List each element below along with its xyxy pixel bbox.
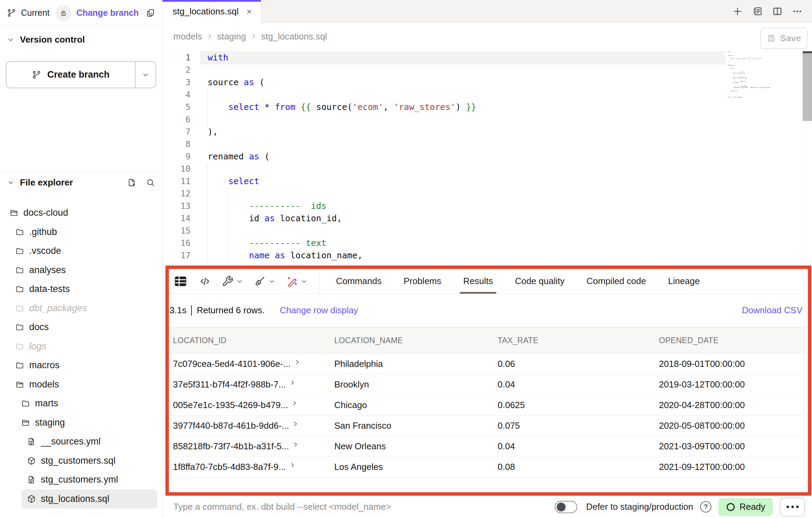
result-row[interactable]: 37e5f311-b7f4-4f2f-988b-7...Brooklyn0.04… <box>169 374 807 395</box>
file-tree-item-docs-cloud[interactable]: docs-cloud <box>0 203 161 223</box>
close-icon <box>246 8 253 15</box>
file-label: stg_customers.yml <box>41 474 118 485</box>
file-tree-item-staging[interactable]: staging <box>0 413 161 432</box>
command-input[interactable]: Type a command, ex. dbt build --select <… <box>173 502 391 512</box>
file-tree-item-stg-customers-yml[interactable]: stg_customers.yml <box>0 470 161 489</box>
file-tree-item-data-tests[interactable]: data-tests <box>0 280 161 299</box>
defer-toggle[interactable] <box>555 501 577 513</box>
sidebar: Current Change branch Version control Cr… <box>0 0 162 518</box>
split-editor-icon[interactable] <box>772 6 782 16</box>
results-meta: 3.1s Returned 6 rows. Change row display… <box>169 294 807 327</box>
folder-icon <box>15 246 24 256</box>
file-tree-item-stg-customers-sql[interactable]: stg_customers.sql <box>0 451 161 471</box>
change-row-display-link[interactable]: Change row display <box>280 305 358 316</box>
chevron-down-icon <box>268 278 275 285</box>
minimap[interactable]: withsource as ( select * from {{ source(… <box>728 52 800 100</box>
cell: 0.04 <box>498 441 659 452</box>
file-tree-item-logs[interactable]: logs <box>0 337 161 356</box>
build-tools-button[interactable] <box>222 275 243 287</box>
code-editor[interactable]: 1234567891011121314151617 withsource as … <box>162 50 812 265</box>
more-options-button[interactable] <box>780 497 805 517</box>
file-tree-item-models[interactable]: models <box>0 375 161 394</box>
defer-label: Defer to staging/production <box>586 502 693 512</box>
expand-cell-icon[interactable] <box>289 462 295 468</box>
create-branch-split-button: Create branch <box>6 61 156 88</box>
file-tree-item-dbt-packages[interactable]: dbt_packages <box>0 299 161 318</box>
result-row[interactable]: 858218fb-73f7-4b1b-a31f-5...New Orleans0… <box>169 436 807 457</box>
breadcrumb-item[interactable]: staging <box>217 31 246 42</box>
file-tree-item-docs[interactable]: docs <box>0 318 161 337</box>
chevron-down-icon <box>7 179 14 187</box>
status-bar: Type a command, ex. dbt build --select <… <box>162 496 812 518</box>
format-button[interactable] <box>254 275 275 287</box>
new-file-icon[interactable] <box>127 178 136 187</box>
cell-location-id: 1f8ffa70-7cb5-4d83-8a7f-9... <box>173 462 334 472</box>
file-label: docs-cloud <box>23 207 68 218</box>
result-row[interactable]: 3977f440-b87d-461b-9dd6-...San Francisco… <box>169 416 807 436</box>
editor-list-icon[interactable] <box>752 6 763 16</box>
editor-menu-icon[interactable] <box>792 6 802 16</box>
folder-icon <box>15 342 24 351</box>
cell: Chicago <box>334 400 498 410</box>
file-label: __sources.yml <box>41 436 101 447</box>
folder-icon <box>15 361 24 370</box>
panel-tab-commands[interactable]: Commands <box>336 269 382 293</box>
create-branch-button[interactable]: Create branch <box>7 62 136 88</box>
file-tree-item--vscode[interactable]: .vscode <box>0 241 161 261</box>
expand-cell-icon[interactable] <box>292 421 299 427</box>
compiled-sql-button[interactable] <box>199 275 211 287</box>
file-tree-item-macros[interactable]: macros <box>0 356 161 375</box>
close-tab-button[interactable] <box>246 8 253 15</box>
panel-tab-results[interactable]: Results <box>463 269 493 293</box>
expand-cell-icon[interactable] <box>294 359 300 365</box>
panel-tab-compiled-code[interactable]: Compiled code <box>587 269 646 293</box>
column-header-location_name: LOCATION_NAME <box>334 336 498 345</box>
breadcrumb-item[interactable]: stg_locations.sql <box>261 31 327 42</box>
chevron-down-icon <box>142 71 149 79</box>
file-label: staging <box>35 417 65 428</box>
file-tree-item-stg-locations-sql[interactable]: stg_locations.sql <box>22 489 157 509</box>
scrollbar-thumb[interactable] <box>803 53 812 121</box>
ai-assist-button[interactable] <box>286 275 308 287</box>
panel-tab-problems[interactable]: Problems <box>404 269 441 293</box>
expand-cell-icon[interactable] <box>289 380 295 386</box>
create-branch-menu-button[interactable] <box>136 62 155 88</box>
cell: 2020-05-08T00:00:00 <box>659 420 807 431</box>
version-control-header[interactable]: Version control <box>7 34 85 45</box>
change-branch-link[interactable]: Change branch <box>76 8 139 18</box>
search-icon[interactable] <box>146 178 155 187</box>
panel-header: CommandsProblemsResultsCode qualityCompi… <box>169 269 807 294</box>
file-tree-item-marts[interactable]: marts <box>0 394 161 413</box>
help-icon[interactable]: ? <box>700 501 711 513</box>
file-tree-item--github[interactable]: .github <box>0 223 161 242</box>
ready-status-badge[interactable]: Ready <box>718 498 773 516</box>
file-tree-item-analyses[interactable]: analyses <box>0 261 161 280</box>
breadcrumb-item[interactable]: models <box>173 31 202 42</box>
magic-pen-icon <box>286 275 298 287</box>
folder-open-icon <box>15 380 24 389</box>
result-row[interactable]: 005e7e1c-1935-4269-b479...Chicago0.06252… <box>169 395 807 416</box>
cell-location-id: 858218fb-73f7-4b1b-a31f-5... <box>173 441 334 452</box>
results-table-icon[interactable] <box>173 274 188 289</box>
file-explorer-header[interactable]: File explorer <box>7 177 155 188</box>
expand-cell-icon[interactable] <box>291 400 298 406</box>
tab-stg-locations-sql[interactable]: stg_locations.sql <box>162 0 261 23</box>
panel-tab-lineage[interactable]: Lineage <box>668 269 700 293</box>
cell: 0.04 <box>498 379 659 390</box>
code-lines[interactable]: withsource as ( select * from {{ source(… <box>208 52 476 262</box>
sidebar-divider <box>0 172 162 172</box>
panel-tab-code-quality[interactable]: Code quality <box>515 269 565 293</box>
new-tab-button plus-icon[interactable] <box>732 6 743 16</box>
file-explorer-actions <box>127 178 155 187</box>
query-elapsed: 3.1s <box>170 305 186 316</box>
cell: Brooklyn <box>334 379 498 390</box>
expand-cell-icon[interactable] <box>292 441 299 448</box>
result-row[interactable]: 7c079cea-5ed4-4101-906e-...Philadelphia0… <box>169 354 807 374</box>
version-control-title: Version control <box>20 34 85 45</box>
download-csv-link[interactable]: Download CSV <box>742 305 802 316</box>
save-button[interactable]: Save <box>760 27 808 49</box>
chevron-down-icon <box>7 36 14 44</box>
copy-button[interactable] <box>146 8 155 18</box>
result-row[interactable]: 1f8ffa70-7cb5-4d83-8a7f-9...Los Angeles0… <box>169 457 807 477</box>
file-tree-item--sources-yml[interactable]: __sources.yml <box>0 432 161 451</box>
